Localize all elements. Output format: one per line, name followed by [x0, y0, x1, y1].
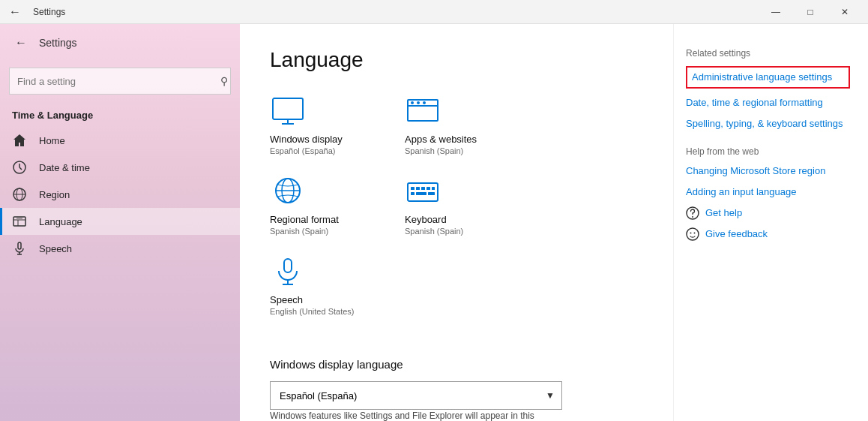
svg-rect-29	[421, 187, 425, 190]
icons-grid: Windows display Español (España) Apps & …	[270, 93, 643, 334]
search-icon-button[interactable]: ⚲	[220, 75, 228, 87]
language-icon	[12, 214, 28, 229]
sidebar: ← Settings ⚲ Time & Language Home	[0, 24, 240, 421]
apps-websites-item[interactable]: Apps & websites Spanish (Spain)	[405, 93, 510, 155]
search-box-container: ⚲	[9, 68, 231, 95]
svg-rect-34	[428, 192, 435, 195]
datetime-icon	[12, 160, 28, 175]
related-settings-heading: Related settings	[686, 48, 850, 59]
give-feedback-label[interactable]: Give feedback	[705, 228, 768, 239]
date-time-regional-link[interactable]: Date, time & regional formatting	[686, 96, 850, 110]
keyboard-icon	[405, 173, 441, 209]
svg-rect-10	[18, 242, 21, 249]
svg-rect-14	[273, 98, 303, 119]
get-help-icon	[686, 206, 699, 220]
svg-rect-27	[411, 187, 415, 190]
sidebar-region-label: Region	[39, 189, 70, 200]
windows-display-name: Windows display	[270, 134, 343, 145]
home-icon	[12, 133, 28, 148]
search-input[interactable]	[9, 68, 231, 95]
page-title: Language	[270, 48, 643, 72]
svg-point-22	[423, 101, 426, 104]
region-icon	[12, 187, 28, 202]
titlebar: ← Settings — □ ✕	[0, 0, 868, 24]
svg-point-41	[690, 232, 692, 233]
svg-point-42	[694, 232, 696, 233]
sidebar-back-button[interactable]: ←	[12, 33, 30, 53]
minimize-button[interactable]: —	[759, 0, 793, 24]
windows-display-sub: Español (España)	[270, 146, 335, 155]
sidebar-item-home[interactable]: Home	[0, 127, 240, 154]
main-content: Language Windows display Español (España…	[240, 24, 673, 421]
search-icon: ⚲	[220, 75, 228, 87]
sidebar-datetime-label: Date & time	[39, 162, 90, 173]
svg-rect-13	[273, 98, 303, 119]
speech-content-item[interactable]: Speech English (United States)	[270, 254, 375, 316]
sidebar-item-speech[interactable]: Speech	[0, 235, 240, 262]
speech-sub: English (United States)	[270, 307, 355, 316]
speech-icon	[12, 241, 28, 256]
display-language-select[interactable]: Español (España) English (United States)…	[270, 381, 562, 410]
titlebar-title: Settings	[33, 7, 65, 17]
svg-point-21	[417, 101, 420, 104]
sidebar-home-label: Home	[39, 135, 65, 146]
titlebar-left: ← Settings	[6, 2, 65, 22]
svg-point-39	[692, 216, 693, 218]
help-from-web-heading: Help from the web	[686, 146, 850, 157]
windows-display-item[interactable]: Windows display Español (España)	[270, 93, 375, 155]
svg-rect-28	[416, 187, 420, 190]
sidebar-speech-label: Speech	[39, 243, 72, 254]
keyboard-item[interactable]: Keyboard Spanish (Spain)	[405, 173, 510, 236]
spelling-typing-link[interactable]: Spelling, typing, & keyboard settings	[686, 117, 850, 131]
get-help-item[interactable]: Get help	[686, 206, 850, 220]
app-body: ← Settings ⚲ Time & Language Home	[0, 24, 868, 421]
sidebar-item-region[interactable]: Region	[0, 181, 240, 208]
sidebar-nav-top: ← Settings	[0, 24, 240, 62]
svg-point-20	[411, 101, 414, 104]
svg-rect-31	[432, 187, 435, 190]
adding-input-language-link[interactable]: Adding an input language	[686, 185, 850, 199]
give-feedback-item[interactable]: Give feedback	[686, 227, 850, 241]
keyboard-sub: Spanish (Spain)	[405, 227, 463, 236]
titlebar-back-button[interactable]: ←	[6, 2, 24, 22]
keyboard-name: Keyboard	[405, 214, 447, 225]
sidebar-app-title: Settings	[39, 37, 77, 49]
apps-websites-name: Apps & websites	[405, 134, 477, 145]
sidebar-language-label: Language	[39, 216, 82, 227]
sidebar-section-title: Time & Language	[0, 107, 240, 127]
close-button[interactable]: ✕	[828, 0, 862, 24]
display-language-dropdown-wrapper: Español (España) English (United States)…	[270, 381, 562, 410]
svg-rect-30	[427, 187, 430, 190]
svg-point-40	[687, 228, 699, 240]
svg-line-2	[19, 167, 22, 170]
right-panel: Related settings Administrative language…	[673, 24, 868, 421]
ms-store-region-link[interactable]: Changing Microsoft Store region	[686, 164, 850, 178]
give-feedback-icon	[686, 227, 699, 241]
regional-format-sub: Spanish (Spain)	[270, 227, 328, 236]
windows-display-icon	[270, 93, 306, 129]
svg-rect-33	[416, 192, 427, 195]
regional-format-icon	[270, 173, 306, 209]
speech-content-icon	[270, 254, 306, 290]
regional-format-item[interactable]: Regional format Spanish (Spain)	[270, 173, 375, 236]
svg-rect-35	[284, 259, 292, 272]
speech-name: Speech	[270, 294, 303, 305]
svg-rect-32	[411, 192, 415, 195]
apps-websites-sub: Spanish (Spain)	[405, 146, 463, 155]
maximize-button[interactable]: □	[793, 0, 828, 24]
regional-format-name: Regional format	[270, 214, 339, 225]
display-language-heading: Windows display language	[270, 358, 643, 371]
display-language-desc: Windows features like Settings and File …	[270, 410, 562, 421]
sidebar-item-language[interactable]: Language	[0, 208, 240, 235]
get-help-label[interactable]: Get help	[705, 207, 742, 218]
sidebar-item-datetime[interactable]: Date & time	[0, 154, 240, 181]
admin-language-settings-link[interactable]: Administrative language settings	[686, 66, 850, 89]
apps-websites-icon	[405, 93, 441, 129]
titlebar-controls: — □ ✕	[759, 0, 862, 24]
